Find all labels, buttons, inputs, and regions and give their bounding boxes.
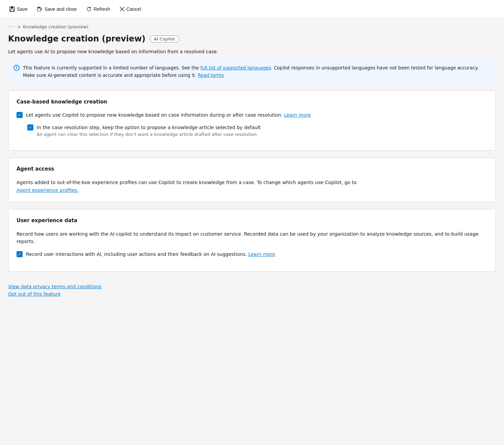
- agent-access-card: Agent access Agents added to out-of-the-…: [8, 157, 496, 202]
- save-button[interactable]: Save: [5, 4, 32, 14]
- agent-access-card-title: Agent access: [17, 166, 487, 172]
- checkbox-2-label: In the case resolution step, keep the op…: [37, 124, 261, 131]
- save-close-button[interactable]: Save and close: [33, 4, 81, 14]
- checkbox-2-sublabel: An agent can clear this selection if the…: [37, 132, 261, 137]
- info-text-before: This feature is currently supported in a…: [23, 65, 200, 70]
- opt-out-link[interactable]: Opt out of this feature: [8, 291, 496, 297]
- page-header: Knowledge creation (preview) AI Copilot: [0, 33, 504, 49]
- checkbox-2-content: In the case resolution step, keep the op…: [37, 124, 261, 137]
- read-terms-link[interactable]: Read terms: [198, 72, 224, 78]
- cancel-button[interactable]: Cancel: [116, 4, 145, 14]
- breadcrumb-current: Knowledge creation (preview): [23, 24, 88, 29]
- ai-copilot-badge: AI Copilot: [150, 35, 179, 42]
- footer-links: View data privacy terms and conditions O…: [0, 278, 504, 302]
- checkbox-1-content: Let agents use Copilot to propose new kn…: [26, 112, 311, 119]
- cancel-icon: [120, 7, 124, 11]
- save-label: Save: [17, 6, 28, 12]
- checkbox-ux-label: Record user interactions with AI, includ…: [26, 251, 247, 257]
- checkmark-ux: ✓: [18, 252, 21, 256]
- checkbox-ux[interactable]: ✓: [17, 251, 23, 257]
- breadcrumb: ··· > Knowledge creation (preview): [8, 24, 496, 30]
- privacy-terms-link[interactable]: View data privacy terms and conditions: [8, 284, 496, 289]
- agent-experience-profiles-link[interactable]: Agent experience profiles.: [17, 187, 79, 193]
- learn-more-link-1[interactable]: Learn more: [284, 112, 311, 118]
- checkbox-1-label: Let agents use Copilot to propose new kn…: [26, 112, 283, 118]
- ux-data-card-title: User experience data: [17, 217, 487, 224]
- toolbar: Save Save and close Refresh Cancel: [0, 0, 504, 18]
- info-text: This feature is currently supported in a…: [23, 64, 491, 79]
- page-description: Let agents use AI to propose new knowled…: [0, 49, 504, 60]
- ux-data-card: User experience data Record how users ar…: [8, 209, 496, 272]
- agent-access-text: Agents added to out-of-the-box experienc…: [17, 179, 487, 194]
- agent-text-content: Agents added to out-of-the-box experienc…: [17, 180, 357, 185]
- refresh-button[interactable]: Refresh: [82, 4, 114, 14]
- checkbox-ux-content: Record user interactions with AI, includ…: [26, 251, 275, 258]
- refresh-label: Refresh: [94, 6, 110, 12]
- refresh-icon: [86, 6, 92, 12]
- breadcrumb-separator: >: [17, 24, 21, 29]
- cancel-label: Cancel: [126, 6, 141, 12]
- checkbox-row-1: ✓ Let agents use Copilot to propose new …: [17, 112, 487, 119]
- info-notice: i This feature is currently supported in…: [8, 60, 496, 84]
- learn-more-link-ux[interactable]: Learn more: [248, 251, 275, 257]
- checkbox-2[interactable]: ✓: [27, 124, 33, 130]
- checkbox-1[interactable]: ✓: [17, 112, 23, 118]
- checkbox-row-ux: ✓ Record user interactions with AI, incl…: [17, 251, 487, 258]
- checkbox-row-2: ✓ In the case resolution step, keep the …: [27, 124, 487, 137]
- svg-rect-4: [38, 7, 40, 8]
- save-close-label: Save and close: [45, 6, 77, 12]
- page-title: Knowledge creation (preview): [8, 34, 146, 43]
- checkmark-2: ✓: [29, 125, 32, 129]
- ux-description: Record how users are working with the AI…: [17, 230, 487, 245]
- save-close-icon: [37, 6, 42, 12]
- save-icon: [9, 6, 15, 12]
- svg-rect-2: [10, 9, 14, 11]
- case-knowledge-card: Case-based knowledge creation ✓ Let agen…: [8, 90, 496, 151]
- checkmark-1: ✓: [18, 113, 21, 117]
- svg-rect-1: [11, 7, 13, 8]
- supported-languages-link[interactable]: full list of supported languages: [200, 65, 271, 70]
- case-knowledge-card-title: Case-based knowledge creation: [17, 99, 487, 105]
- breadcrumb-area: ··· > Knowledge creation (preview): [0, 18, 504, 33]
- info-icon: i: [13, 65, 20, 71]
- breadcrumb-dots: ···: [8, 24, 15, 30]
